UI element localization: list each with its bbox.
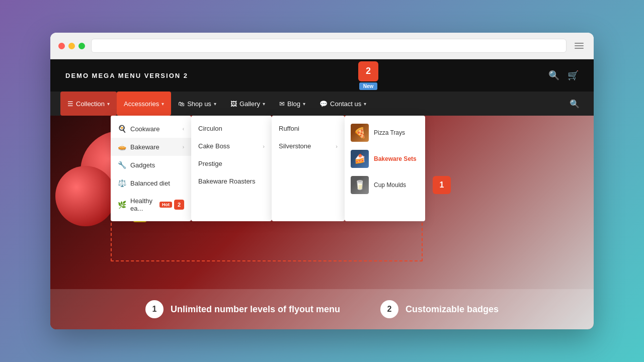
hero-area: 1 🍳 Cookware ‹ 🥧 Bakeware [50,116,594,329]
nav-collection-label: Collection [76,100,105,108]
bottom-label-1: 1 Unlimited number levels of flyout menu [145,300,340,318]
healthy-label: Healthy ea... [130,197,155,212]
menu-l2-item-cakeboss[interactable]: Cake Boss › [191,137,272,155]
browser-window: DEMO MEGA MENU VERSION 2 2 New 🔍 🛒 ☰ Col… [50,33,594,329]
hot-badge: Hot [159,202,172,208]
bakeware-icon: 🥧 [118,143,126,151]
nav-blog-label: Blog [287,100,300,108]
cookware-label: Cookware [130,125,160,133]
nav-gallery-icon: 🖼 [230,100,237,108]
new-badge: New [359,82,378,90]
bakeware-label: Bakeware [130,143,159,151]
search-icon[interactable]: 🔍 [548,70,559,81]
menu-level-3: Ruffoni Silverstone › [272,116,345,221]
version-badge: 2 [358,61,378,81]
menu-l3-item-silverstone[interactable]: Silverstone › [272,137,345,155]
nav-blog-chevron: ▾ [303,101,305,107]
cup-moulds-thumb: 🥛 [351,176,369,194]
nav-search-icon[interactable]: 🔍 [566,99,584,109]
nav-contact-icon: 💬 [319,100,328,108]
nav-collection-grid-icon: ☰ [67,100,73,108]
ruffoni-label: Ruffoni [279,125,299,132]
nav-gallery-chevron: ▾ [263,101,265,107]
cakeboss-label: Cake Boss [198,142,230,150]
top-bar-icons: 🔍 🛒 [548,70,579,81]
flyout-badge-1: 1 [433,176,451,194]
menu-l2-item-prestige[interactable]: Prestige [191,155,272,172]
site-title: DEMO MEGA MENU VERSION 2 [65,72,188,79]
menu-l1-item-gadgets[interactable]: 🔧 Gadgets [111,156,191,174]
menu-l2-item-roasters[interactable]: Bakeware Roasters [191,172,272,190]
nav-item-accessories[interactable]: Accessories ▾ [117,92,171,116]
cookware-chevron: ‹ [183,126,184,132]
browser-menu-icon[interactable] [573,41,586,51]
pizza-thumb: 🍕 [351,124,369,142]
burger-line-3 [575,48,584,49]
dot-red[interactable] [58,43,65,49]
nav-item-contact[interactable]: 💬 Contact us ▾ [312,92,373,116]
roasters-label: Bakeware Roasters [198,177,255,185]
menu-l2-item-circulon[interactable]: Circulon [191,120,272,137]
cup-moulds-label: Cup Moulds [374,182,406,189]
menu-l1-item-balanced[interactable]: ⚖️ Balanced diet [111,174,191,192]
dropdown-overlay: 🍳 Cookware ‹ 🥧 Bakeware › [111,116,425,221]
nav-accessories-chevron: ▾ [162,101,164,107]
menu-level-2: Circulon Cake Boss › Prestige Bakeware R… [191,116,272,221]
silverstone-chevron: › [336,143,338,149]
menu-l3-item-ruffoni[interactable]: Ruffoni [272,120,345,137]
nav-shopus-chevron: ▾ [214,101,216,107]
cakeboss-chevron: › [263,143,265,149]
version-badge-container: 2 New [358,61,378,90]
menu-level-1: 🍳 Cookware ‹ 🥧 Bakeware › [111,116,191,221]
hero-ball-3 [55,166,116,226]
nav-bar: ☰ Collection ▾ Accessories ▾ 🛍 Shop us ▾… [50,92,594,116]
cookware-icon: 🍳 [118,125,126,133]
nav-collection-chevron: ▾ [107,101,110,107]
bottom-labels-bar: 1 Unlimited number levels of flyout menu… [50,289,594,329]
top-bar: DEMO MEGA MENU VERSION 2 2 New 🔍 🛒 [50,59,594,92]
menu-l4-item-cup-moulds[interactable]: 🥛 Cup Moulds [345,172,425,198]
circle-num-1: 1 [145,300,164,318]
cart-icon[interactable]: 🛒 [568,70,579,81]
menu-l1-item-healthy[interactable]: 🌿 Healthy ea... Hot 2 [111,192,191,217]
bakeware-sets-label: Bakeware Sets [374,155,417,162]
balanced-icon: ⚖️ [118,179,126,187]
num-badge-2: 2 [174,200,184,210]
bottom-label-2: 2 Customizable badges [380,300,499,318]
menu-l1-item-bakeware[interactable]: 🥧 Bakeware › [111,138,191,156]
nav-contact-label: Contact us [330,100,361,108]
healthy-icon: 🌿 [118,201,126,209]
burger-line-1 [575,43,584,44]
circle-num-2: 2 [380,300,398,318]
gadgets-icon: 🔧 [118,161,126,169]
balanced-label: Balanced diet [130,179,170,187]
nav-item-blog[interactable]: ✉ Blog ▾ [272,92,312,116]
menu-l4-item-pizza[interactable]: 🍕 Pizza Trays [345,120,425,146]
menu-level-4: 🍕 Pizza Trays 🍰 Bakeware Sets 🥛 [345,116,425,221]
nav-gallery-label: Gallery [239,100,260,108]
browser-chrome [50,33,594,59]
gadgets-label: Gadgets [130,161,155,169]
browser-dots [58,43,85,49]
circulon-label: Circulon [198,125,222,132]
nav-accessories-label: Accessories [124,100,159,108]
nav-blog-icon: ✉ [279,100,285,108]
prestige-label: Prestige [198,160,222,167]
nav-item-shopus[interactable]: 🛍 Shop us ▾ [171,92,223,116]
website: DEMO MEGA MENU VERSION 2 2 New 🔍 🛒 ☰ Col… [50,59,594,329]
nav-item-gallery[interactable]: 🖼 Gallery ▾ [223,92,272,116]
burger-line-2 [575,45,584,46]
nav-contact-chevron: ▾ [364,101,366,107]
silverstone-label: Silverstone [279,142,311,150]
menu-l1-item-cookware[interactable]: 🍳 Cookware ‹ [111,120,191,138]
bakeware-chevron: › [183,144,184,150]
nav-shopus-icon: 🛍 [178,100,185,108]
dot-green[interactable] [78,43,85,49]
menu-l4-item-bakeware-sets[interactable]: 🍰 Bakeware Sets [345,146,425,172]
pizza-label: Pizza Trays [374,129,405,136]
nav-item-collection[interactable]: ☰ Collection ▾ [60,92,117,116]
dot-yellow[interactable] [68,43,75,49]
bakeware-sets-thumb: 🍰 [351,150,369,168]
bottom-label-text-2: Customizable badges [406,304,499,315]
address-bar[interactable] [91,39,567,53]
